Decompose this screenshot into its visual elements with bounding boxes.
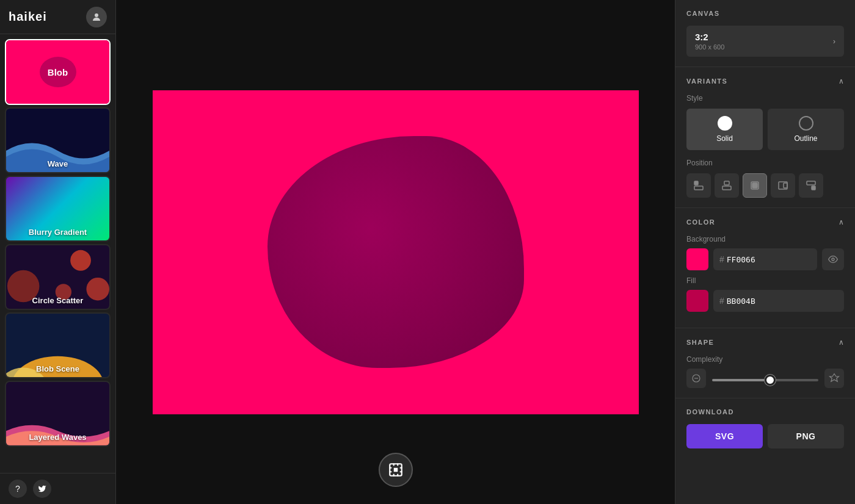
shape-section: SHAPE ∧ Complexity: [675, 328, 855, 398]
shape-section-header: SHAPE ∧: [686, 338, 844, 347]
style-outline-button[interactable]: Outline: [768, 109, 844, 150]
canvas-preview: [153, 90, 639, 414]
complexity-slider-wrap: [712, 373, 818, 384]
canvas-title: CANVAS: [686, 10, 720, 17]
position-grid: [686, 173, 844, 198]
color-chevron-icon: ∧: [839, 218, 844, 226]
complexity-min-icon: [686, 369, 706, 388]
background-label: Background: [686, 235, 844, 243]
variants-chevron-icon: ∧: [839, 77, 844, 85]
template-label-layered-waves: Layered Waves: [6, 429, 109, 445]
svg-rect-17: [807, 181, 815, 185]
canvas-chevron-icon: ›: [833, 37, 835, 46]
template-list: Blob Wave Blurry Gradient: [0, 34, 115, 473]
fill-color-row: #: [686, 290, 844, 312]
sidebar: haikei Blob Wave: [0, 0, 116, 504]
sidebar-footer: ?: [0, 473, 115, 504]
app-header: haikei: [0, 0, 115, 34]
regenerate-button[interactable]: [379, 453, 413, 487]
blob-shape: [267, 136, 524, 368]
fill-color-input[interactable]: [727, 297, 838, 306]
shape-chevron-icon: ∧: [839, 338, 844, 347]
fill-color-input-wrap: #: [713, 290, 844, 312]
download-section-header: DOWNLOAD: [686, 408, 844, 416]
position-label: Position: [686, 159, 844, 167]
color-section-header: COLOR ∧: [686, 218, 844, 226]
svg-point-0: [95, 13, 98, 17]
background-swatch[interactable]: [686, 248, 708, 270]
background-color-row: #: [686, 248, 844, 270]
app-logo: haikei: [9, 10, 47, 24]
template-item-blob-scene[interactable]: Blob Scene: [5, 312, 111, 378]
template-label-blob-scene: Blob Scene: [6, 361, 109, 377]
template-item-blob[interactable]: Blob: [5, 39, 111, 105]
complexity-label: Complexity: [686, 355, 844, 364]
download-title: DOWNLOAD: [686, 408, 734, 416]
solid-icon: [718, 116, 732, 131]
color-section: COLOR ∧ Background # Fill #: [675, 208, 855, 328]
svg-rect-16: [812, 186, 815, 190]
download-section: DOWNLOAD SVG PNG: [675, 398, 855, 458]
complexity-slider[interactable]: [712, 379, 818, 381]
fill-swatch[interactable]: [686, 290, 708, 312]
svg-rect-8: [694, 181, 698, 185]
svg-rect-11: [722, 186, 731, 190]
position-right-center-button[interactable]: [771, 173, 795, 198]
template-label-wave: Wave: [6, 156, 109, 172]
template-label-blurry: Blurry Gradient: [6, 224, 109, 240]
svg-rect-14: [784, 183, 787, 188]
variants-section: VARIANTS ∧ Style Solid Outline Position: [675, 67, 855, 208]
help-button[interactable]: ?: [9, 480, 27, 498]
style-selector: Solid Outline: [686, 109, 844, 150]
solid-label: Solid: [716, 134, 733, 143]
svg-point-18: [832, 258, 834, 261]
background-color-input[interactable]: [727, 255, 811, 264]
svg-rect-13: [752, 183, 757, 188]
variants-title: VARIANTS: [686, 77, 727, 85]
style-label: Style: [686, 94, 844, 103]
template-item-wave[interactable]: Wave: [5, 107, 111, 173]
hash-sign-fill: #: [719, 296, 724, 306]
fill-label: Fill: [686, 276, 844, 285]
template-item-layered-waves[interactable]: Layered Waves: [5, 381, 111, 447]
outline-label: Outline: [794, 134, 817, 143]
svg-point-1: [70, 250, 91, 271]
canvas-section: CANVAS 3:2 900 x 600 ›: [675, 0, 855, 67]
variants-section-header: VARIANTS ∧: [686, 77, 844, 85]
template-item-circle-scatter[interactable]: Circle Scatter: [5, 244, 111, 310]
download-buttons: SVG PNG: [686, 424, 844, 448]
canvas-size: 900 x 600: [695, 43, 724, 51]
template-label-circle-scatter: Circle Scatter: [6, 292, 109, 309]
template-item-blurry-gradient[interactable]: Blurry Gradient: [5, 176, 111, 242]
avatar-button[interactable]: [86, 7, 107, 27]
outline-icon: [799, 116, 813, 131]
position-top-left-button[interactable]: [686, 173, 711, 198]
background-color-input-wrap: #: [713, 248, 817, 270]
canvas-ratio: 3:2: [695, 32, 724, 42]
download-svg-button[interactable]: SVG: [686, 424, 763, 448]
position-center-button[interactable]: [743, 173, 767, 198]
style-solid-button[interactable]: Solid: [686, 109, 763, 150]
position-bottom-right-button[interactable]: [799, 173, 823, 198]
twitter-button[interactable]: [33, 480, 51, 498]
canvas-size-selector[interactable]: 3:2 900 x 600 ›: [686, 26, 844, 57]
download-png-button[interactable]: PNG: [768, 424, 844, 448]
complexity-row: [686, 369, 844, 388]
svg-rect-10: [724, 181, 729, 185]
hash-sign-bg: #: [719, 254, 724, 264]
main-canvas-area: [116, 0, 675, 504]
right-panel: CANVAS 3:2 900 x 600 › VARIANTS ∧ Style …: [675, 0, 855, 504]
color-title: COLOR: [686, 218, 715, 226]
svg-rect-9: [694, 186, 703, 190]
canvas-section-header: CANVAS: [686, 10, 844, 17]
background-visibility-button[interactable]: [822, 248, 844, 270]
position-top-center-button[interactable]: [715, 173, 739, 198]
complexity-max-icon: [824, 369, 844, 388]
shape-title: SHAPE: [686, 339, 714, 346]
